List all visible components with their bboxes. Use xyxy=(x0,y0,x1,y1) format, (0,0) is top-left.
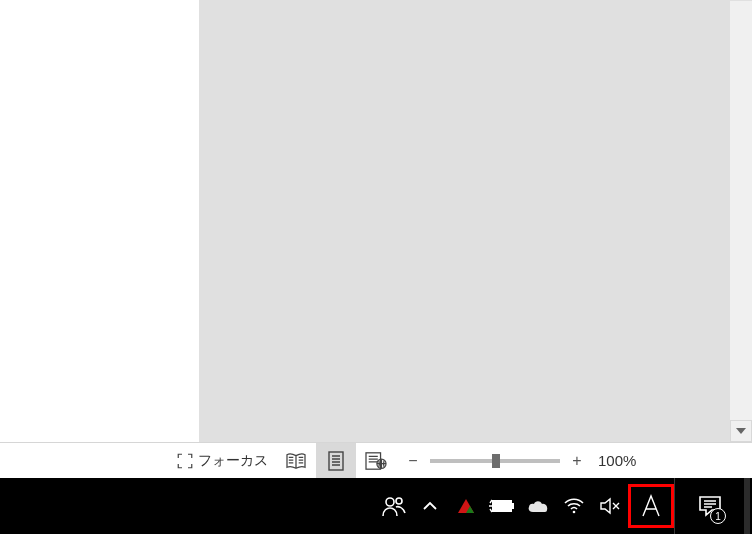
minus-icon: − xyxy=(408,452,417,470)
cloud-icon xyxy=(527,499,549,513)
app-tray-icon[interactable] xyxy=(448,478,484,534)
action-center-button[interactable]: 1 xyxy=(674,478,744,534)
zoom-level-label[interactable]: 100% xyxy=(598,452,636,469)
show-hidden-icons-button[interactable] xyxy=(412,478,448,534)
wifi-icon xyxy=(564,498,584,514)
page-canvas[interactable] xyxy=(199,0,752,442)
focus-icon xyxy=(176,452,194,470)
onedrive-tray-button[interactable] xyxy=(520,478,556,534)
zoom-in-button[interactable]: + xyxy=(566,443,588,479)
chevron-up-icon xyxy=(423,501,437,511)
notification-badge: 1 xyxy=(710,508,726,524)
system-tray: 1 xyxy=(376,478,752,534)
read-mode-button[interactable] xyxy=(276,443,316,479)
speaker-muted-icon xyxy=(600,497,620,515)
volume-tray-button[interactable] xyxy=(592,478,628,534)
document-area xyxy=(0,0,752,442)
svg-point-4 xyxy=(396,498,402,504)
zoom-controls: − + xyxy=(402,443,588,479)
battery-tray-button[interactable] xyxy=(484,478,520,534)
svg-rect-6 xyxy=(512,503,514,509)
zoom-out-button[interactable]: − xyxy=(402,443,424,479)
people-icon xyxy=(382,495,406,517)
focus-label: フォーカス xyxy=(198,452,268,470)
battery-icon xyxy=(489,499,515,513)
svg-rect-0 xyxy=(329,452,343,470)
people-tray-button[interactable] xyxy=(376,478,412,534)
ime-tray-button[interactable] xyxy=(628,484,674,528)
status-bar: フォーカス − xyxy=(0,442,752,478)
plus-icon: + xyxy=(572,452,581,470)
web-layout-button[interactable] xyxy=(356,443,396,479)
web-layout-icon xyxy=(365,451,387,471)
svg-point-3 xyxy=(386,498,394,506)
zoom-slider-thumb[interactable] xyxy=(492,454,500,468)
show-desktop-button[interactable] xyxy=(744,478,750,534)
ime-a-icon xyxy=(640,494,662,518)
book-open-icon xyxy=(285,452,307,470)
left-gutter xyxy=(0,0,199,442)
vertical-scrollbar[interactable] xyxy=(730,1,752,442)
print-layout-button[interactable] xyxy=(316,443,356,479)
svg-point-7 xyxy=(573,511,576,514)
red-triangle-icon xyxy=(456,498,476,514)
svg-rect-5 xyxy=(492,500,512,512)
focus-mode-button[interactable]: フォーカス xyxy=(168,443,276,479)
wifi-tray-button[interactable] xyxy=(556,478,592,534)
windows-taskbar: 1 xyxy=(0,478,752,534)
page-lines-icon xyxy=(327,451,345,471)
zoom-slider[interactable] xyxy=(430,459,560,463)
scroll-down-button[interactable] xyxy=(730,420,752,442)
